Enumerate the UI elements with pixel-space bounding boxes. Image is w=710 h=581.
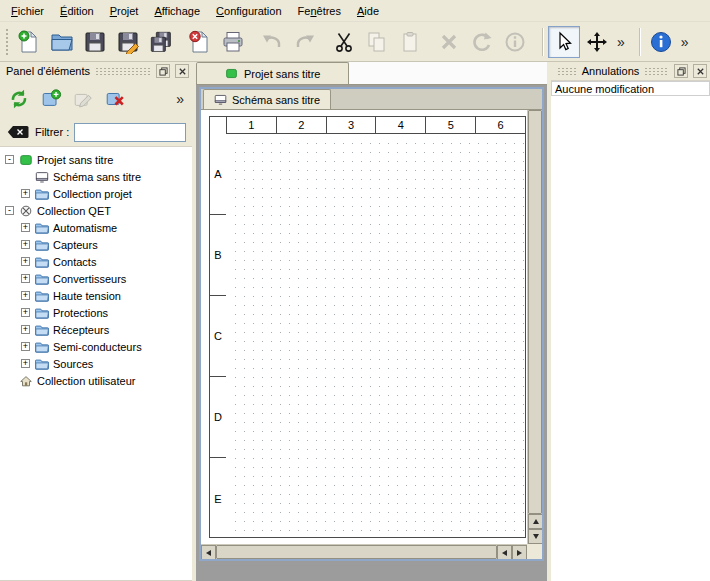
tree-item-label: Protections — [53, 307, 108, 319]
menu-fichier[interactable]: Fichier — [3, 2, 52, 20]
menu-fenetres[interactable]: Fenêtres — [290, 2, 349, 20]
print-button[interactable] — [217, 26, 249, 58]
tree-item-collection-qet[interactable]: - Collection QET — [0, 202, 192, 219]
grid-paper[interactable] — [227, 135, 525, 537]
cursor-arrow-icon — [552, 30, 576, 54]
menu-affichage[interactable]: Affichage — [146, 2, 208, 20]
expand-icon[interactable]: + — [21, 223, 30, 232]
scroll-left-button[interactable] — [201, 545, 216, 559]
undo-history-item[interactable]: Aucune modification — [551, 81, 710, 96]
schema-icon — [34, 169, 49, 184]
delete-element-button[interactable] — [101, 85, 129, 113]
elements-panel-toolbar: » — [0, 80, 192, 118]
cut-button[interactable] — [328, 26, 360, 58]
copy-button — [361, 26, 393, 58]
scroll-up-button[interactable] — [528, 514, 542, 529]
collapse-icon[interactable]: - — [5, 155, 14, 164]
close-project-button[interactable] — [184, 26, 216, 58]
tree-item-recepteurs[interactable]: + Récepteurs — [0, 321, 192, 338]
new-element-button[interactable] — [37, 85, 65, 113]
expand-icon[interactable]: + — [21, 359, 30, 368]
expand-icon[interactable]: + — [21, 291, 30, 300]
folder-icon — [34, 271, 49, 286]
tree-item-label: Convertisseurs — [53, 273, 126, 285]
row-header: B — [210, 215, 226, 296]
close-dock-button[interactable] — [693, 64, 707, 78]
diagram-canvas[interactable]: 1 2 3 4 5 6 A B C — [201, 110, 527, 544]
toolbar-separator — [542, 28, 544, 56]
folder-icon — [34, 186, 49, 201]
expand-icon[interactable]: + — [21, 274, 30, 283]
tree-item-label: Collection utilisateur — [37, 375, 135, 387]
tree-item-label: Collection projet — [53, 188, 132, 200]
expand-icon[interactable]: + — [21, 325, 30, 334]
project-subwindow: Schéma sans titre 1 2 3 4 5 — [199, 87, 544, 561]
save-as-button[interactable] — [112, 26, 144, 58]
tree-item-semi-conducteurs[interactable]: + Semi-conducteurs — [0, 338, 192, 355]
expander-spacer — [5, 376, 14, 385]
folder-icon — [34, 220, 49, 235]
menu-bar: Fichier Édition Projet Affichage Configu… — [0, 0, 710, 22]
tree-item-label: Sources — [53, 358, 93, 370]
toolbar-overflow-button[interactable]: » — [614, 27, 628, 57]
delete-x-icon — [437, 30, 461, 54]
panel-toolbar-overflow-button[interactable]: » — [173, 84, 187, 114]
save-button[interactable] — [79, 26, 111, 58]
expand-icon[interactable]: + — [21, 189, 30, 198]
scroll-right-button[interactable] — [512, 545, 527, 559]
menu-aide[interactable]: Aide — [349, 2, 387, 20]
tree-item-projet-sans-titre[interactable]: - Projet sans titre — [0, 151, 192, 168]
tree-item-contacts[interactable]: + Contacts — [0, 253, 192, 270]
toolbar-overflow-button[interactable]: » — [678, 27, 692, 57]
dock-title-texture — [557, 67, 577, 76]
tree-item-automatisme[interactable]: + Automatisme — [0, 219, 192, 236]
column-header: 2 — [277, 117, 327, 133]
clear-filter-icon — [7, 125, 29, 139]
expand-icon[interactable]: + — [21, 257, 30, 266]
tab-schema-sans-titre[interactable]: Schéma sans titre — [203, 89, 331, 109]
filter-input[interactable] — [74, 123, 186, 142]
horizontal-scrollbar — [201, 544, 527, 559]
menu-configuration[interactable]: Configuration — [208, 2, 289, 20]
menu-edition[interactable]: Édition — [52, 2, 102, 20]
about-button[interactable] — [645, 26, 677, 58]
tree-item-protections[interactable]: + Protections — [0, 304, 192, 321]
folder-icon — [34, 322, 49, 337]
visualisation-mode-button[interactable] — [581, 26, 613, 58]
save-all-button[interactable] — [145, 26, 177, 58]
folder-icon — [34, 288, 49, 303]
new-project-button[interactable] — [13, 26, 45, 58]
scroll-left-button[interactable] — [497, 545, 512, 559]
tree-item-collection-projet[interactable]: + Collection projet — [0, 185, 192, 202]
tree-item-haute-tension[interactable]: + Haute tension — [0, 287, 192, 304]
vertical-scrollbar-thumb[interactable] — [528, 110, 542, 514]
tree-item-capteurs[interactable]: + Capteurs — [0, 236, 192, 253]
toolbar-separator — [639, 28, 641, 56]
reload-collections-button[interactable] — [5, 85, 33, 113]
horizontal-scrollbar-thumb[interactable] — [216, 545, 497, 559]
close-icon — [178, 67, 187, 76]
qelectrotech-window: Fichier Édition Projet Affichage Configu… — [0, 0, 710, 581]
toolbar-grip[interactable] — [5, 28, 10, 56]
expand-icon[interactable]: + — [21, 240, 30, 249]
open-project-button[interactable] — [46, 26, 78, 58]
elements-panel-dock: Panel d'éléments » Filtrer : - — [0, 62, 192, 581]
tree-item-label: Contacts — [53, 256, 96, 268]
collapse-icon[interactable]: - — [5, 206, 14, 215]
scroll-down-button[interactable] — [528, 529, 542, 544]
float-dock-button[interactable] — [156, 64, 170, 78]
menu-projet[interactable]: Projet — [102, 2, 147, 20]
tree-item-convertisseurs[interactable]: + Convertisseurs — [0, 270, 192, 287]
expand-icon[interactable]: + — [21, 342, 30, 351]
close-document-icon — [188, 30, 212, 54]
tree-item-sources[interactable]: + Sources — [0, 355, 192, 372]
expand-icon[interactable]: + — [21, 308, 30, 317]
clear-filter-button[interactable] — [6, 124, 30, 140]
tab-projet-sans-titre[interactable]: Projet sans titre — [196, 62, 349, 84]
close-dock-button[interactable] — [175, 64, 189, 78]
move-cross-icon — [585, 30, 609, 54]
tree-item-schema-sans-titre[interactable]: Schéma sans titre — [0, 168, 192, 185]
tree-item-collection-utilisateur[interactable]: Collection utilisateur — [0, 372, 192, 389]
float-dock-button[interactable] — [674, 64, 688, 78]
selection-mode-button[interactable] — [548, 26, 580, 58]
